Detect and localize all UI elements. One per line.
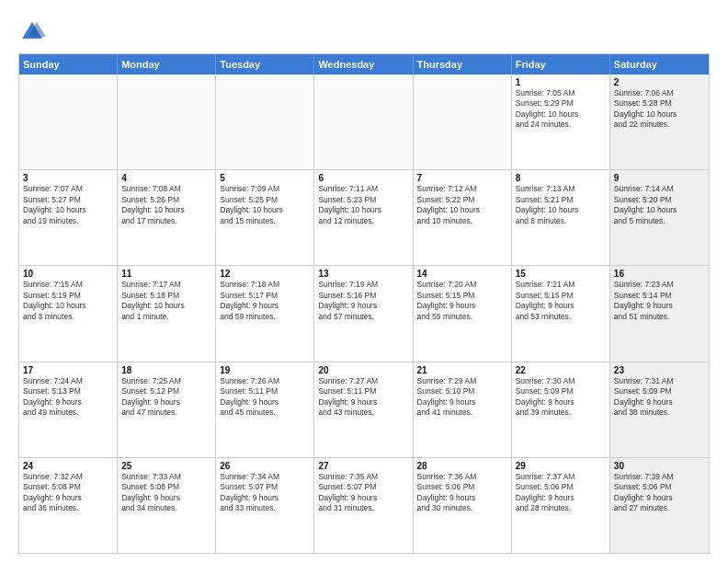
day-info: Sunrise: 7:14 AMSunset: 5:20 PMDaylight:… <box>614 184 705 226</box>
cal-cell-26: 26Sunrise: 7:34 AMSunset: 5:07 PMDayligh… <box>216 458 314 553</box>
day-number: 30 <box>614 461 705 471</box>
cal-cell-1: 1Sunrise: 7:05 AMSunset: 5:29 PMDaylight… <box>512 75 610 169</box>
cal-cell-8: 8Sunrise: 7:13 AMSunset: 5:21 PMDaylight… <box>512 170 610 265</box>
day-number: 25 <box>121 461 211 471</box>
day-info: Sunrise: 7:29 AMSunset: 5:10 PMDaylight:… <box>417 376 507 419</box>
cal-cell-13: 13Sunrise: 7:19 AMSunset: 5:16 PMDayligh… <box>314 266 413 361</box>
cal-cell-empty-0-0 <box>19 75 118 169</box>
day-number: 14 <box>417 269 507 279</box>
cal-cell-4: 4Sunrise: 7:08 AMSunset: 5:26 PMDaylight… <box>118 170 216 265</box>
header-day-sunday: Sunday <box>19 54 118 75</box>
day-info: Sunrise: 7:34 AMSunset: 5:07 PMDaylight:… <box>220 472 310 514</box>
day-info: Sunrise: 7:05 AMSunset: 5:29 PMDaylight:… <box>516 88 606 131</box>
day-number: 12 <box>220 269 310 279</box>
header-day-thursday: Thursday <box>414 54 512 75</box>
cal-cell-12: 12Sunrise: 7:18 AMSunset: 5:17 PMDayligh… <box>216 266 314 361</box>
calendar: SundayMondayTuesdayWednesdayThursdayFrid… <box>18 53 710 554</box>
day-info: Sunrise: 7:32 AMSunset: 5:08 PMDaylight:… <box>23 472 113 514</box>
day-info: Sunrise: 7:26 AMSunset: 5:11 PMDaylight:… <box>220 376 310 419</box>
day-info: Sunrise: 7:09 AMSunset: 5:25 PMDaylight:… <box>220 184 310 226</box>
day-number: 13 <box>318 269 408 279</box>
day-number: 20 <box>318 365 408 375</box>
header-day-friday: Friday <box>512 54 610 75</box>
day-info: Sunrise: 7:19 AMSunset: 5:16 PMDaylight:… <box>318 280 408 322</box>
cal-cell-9: 9Sunrise: 7:14 AMSunset: 5:20 PMDaylight… <box>610 170 709 265</box>
day-number: 6 <box>318 173 408 183</box>
cal-cell-25: 25Sunrise: 7:33 AMSunset: 5:08 PMDayligh… <box>118 458 216 553</box>
cal-cell-28: 28Sunrise: 7:36 AMSunset: 5:06 PMDayligh… <box>414 458 512 553</box>
day-number: 2 <box>614 77 705 87</box>
cal-cell-30: 30Sunrise: 7:39 AMSunset: 5:06 PMDayligh… <box>610 458 709 553</box>
day-number: 1 <box>516 77 606 87</box>
day-number: 8 <box>516 173 606 183</box>
day-number: 23 <box>614 365 705 375</box>
cal-cell-3: 3Sunrise: 7:07 AMSunset: 5:27 PMDaylight… <box>19 170 118 265</box>
calendar-row-4: 24Sunrise: 7:32 AMSunset: 5:08 PMDayligh… <box>19 457 709 553</box>
cal-cell-27: 27Sunrise: 7:35 AMSunset: 5:07 PMDayligh… <box>314 458 413 553</box>
day-number: 10 <box>23 269 113 279</box>
day-number: 24 <box>23 461 113 471</box>
header-day-monday: Monday <box>118 54 216 75</box>
day-number: 17 <box>23 365 113 375</box>
day-number: 26 <box>220 461 310 471</box>
day-info: Sunrise: 7:36 AMSunset: 5:06 PMDaylight:… <box>417 472 507 514</box>
cal-cell-10: 10Sunrise: 7:15 AMSunset: 5:19 PMDayligh… <box>19 266 118 361</box>
cal-cell-29: 29Sunrise: 7:37 AMSunset: 5:06 PMDayligh… <box>512 458 610 553</box>
cal-cell-15: 15Sunrise: 7:21 AMSunset: 5:15 PMDayligh… <box>512 266 610 361</box>
header-day-wednesday: Wednesday <box>314 54 413 75</box>
cal-cell-16: 16Sunrise: 7:23 AMSunset: 5:14 PMDayligh… <box>610 266 709 361</box>
day-info: Sunrise: 7:18 AMSunset: 5:17 PMDaylight:… <box>220 280 310 322</box>
day-info: Sunrise: 7:24 AMSunset: 5:13 PMDaylight:… <box>23 376 113 419</box>
day-info: Sunrise: 7:23 AMSunset: 5:14 PMDaylight:… <box>614 280 705 322</box>
header-day-saturday: Saturday <box>610 54 709 75</box>
cal-cell-23: 23Sunrise: 7:31 AMSunset: 5:09 PMDayligh… <box>610 362 709 457</box>
calendar-row-0: 1Sunrise: 7:05 AMSunset: 5:29 PMDaylight… <box>19 75 709 169</box>
day-info: Sunrise: 7:17 AMSunset: 5:18 PMDaylight:… <box>121 280 211 322</box>
header <box>18 18 710 46</box>
day-info: Sunrise: 7:39 AMSunset: 5:06 PMDaylight:… <box>614 472 705 514</box>
day-info: Sunrise: 7:25 AMSunset: 5:12 PMDaylight:… <box>121 376 211 419</box>
cal-cell-24: 24Sunrise: 7:32 AMSunset: 5:08 PMDayligh… <box>19 458 118 553</box>
day-number: 19 <box>220 365 310 375</box>
cal-cell-20: 20Sunrise: 7:27 AMSunset: 5:11 PMDayligh… <box>314 362 413 457</box>
day-number: 3 <box>23 173 113 183</box>
day-number: 28 <box>417 461 507 471</box>
day-number: 15 <box>516 269 606 279</box>
cal-cell-empty-0-4 <box>414 75 512 169</box>
day-info: Sunrise: 7:33 AMSunset: 5:08 PMDaylight:… <box>121 472 211 514</box>
day-number: 4 <box>121 173 211 183</box>
logo <box>18 18 48 46</box>
cal-cell-5: 5Sunrise: 7:09 AMSunset: 5:25 PMDaylight… <box>216 170 314 265</box>
cal-cell-empty-0-2 <box>216 75 314 169</box>
cal-cell-6: 6Sunrise: 7:11 AMSunset: 5:23 PMDaylight… <box>314 170 413 265</box>
cal-cell-21: 21Sunrise: 7:29 AMSunset: 5:10 PMDayligh… <box>414 362 512 457</box>
calendar-row-2: 10Sunrise: 7:15 AMSunset: 5:19 PMDayligh… <box>19 265 709 361</box>
day-number: 29 <box>516 461 606 471</box>
day-info: Sunrise: 7:27 AMSunset: 5:11 PMDaylight:… <box>318 376 408 419</box>
day-number: 9 <box>614 173 705 183</box>
cal-cell-2: 2Sunrise: 7:06 AMSunset: 5:28 PMDaylight… <box>610 75 709 169</box>
day-info: Sunrise: 7:06 AMSunset: 5:28 PMDaylight:… <box>614 88 705 131</box>
day-number: 5 <box>220 173 310 183</box>
logo-icon <box>18 18 46 46</box>
day-number: 18 <box>121 365 211 375</box>
page: SundayMondayTuesdayWednesdayThursdayFrid… <box>0 0 728 563</box>
cal-cell-14: 14Sunrise: 7:20 AMSunset: 5:15 PMDayligh… <box>414 266 512 361</box>
calendar-header: SundayMondayTuesdayWednesdayThursdayFrid… <box>19 54 709 75</box>
day-info: Sunrise: 7:15 AMSunset: 5:19 PMDaylight:… <box>23 280 113 322</box>
cal-cell-22: 22Sunrise: 7:30 AMSunset: 5:09 PMDayligh… <box>512 362 610 457</box>
day-number: 22 <box>516 365 606 375</box>
cal-cell-17: 17Sunrise: 7:24 AMSunset: 5:13 PMDayligh… <box>19 362 118 457</box>
calendar-body: 1Sunrise: 7:05 AMSunset: 5:29 PMDaylight… <box>19 75 709 553</box>
day-number: 21 <box>417 365 507 375</box>
day-info: Sunrise: 7:21 AMSunset: 5:15 PMDaylight:… <box>516 280 606 322</box>
day-info: Sunrise: 7:20 AMSunset: 5:15 PMDaylight:… <box>417 280 507 322</box>
cal-cell-7: 7Sunrise: 7:12 AMSunset: 5:22 PMDaylight… <box>414 170 512 265</box>
day-info: Sunrise: 7:07 AMSunset: 5:27 PMDaylight:… <box>23 184 113 226</box>
day-number: 16 <box>614 269 705 279</box>
calendar-row-1: 3Sunrise: 7:07 AMSunset: 5:27 PMDaylight… <box>19 169 709 265</box>
day-info: Sunrise: 7:35 AMSunset: 5:07 PMDaylight:… <box>318 472 408 514</box>
day-info: Sunrise: 7:13 AMSunset: 5:21 PMDaylight:… <box>516 184 606 226</box>
day-info: Sunrise: 7:37 AMSunset: 5:06 PMDaylight:… <box>516 472 606 514</box>
day-number: 11 <box>121 269 211 279</box>
